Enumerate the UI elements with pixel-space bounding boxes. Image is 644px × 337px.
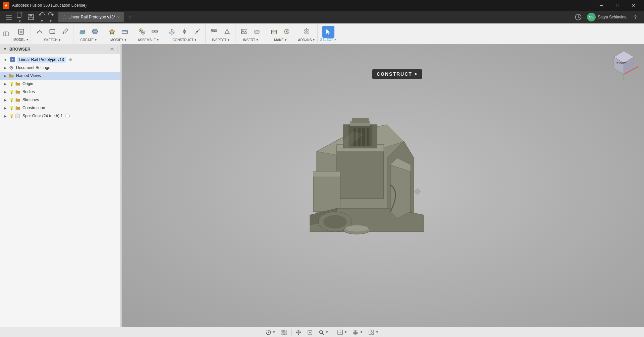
sidebar-toggle-button[interactable]: [1, 24, 11, 43]
addins-label[interactable]: ADD-INS ▼: [298, 38, 315, 42]
help-button[interactable]: ?: [629, 11, 641, 23]
tree-item-named-views[interactable]: ▶ Named Views: [0, 72, 120, 80]
view-layout-button[interactable]: ▼: [366, 328, 381, 336]
spur-gear-visibility-circle[interactable]: [65, 114, 70, 118]
view-cube[interactable]: RIGHT X Y: [607, 48, 641, 81]
app-menu-button[interactable]: [3, 11, 15, 23]
make-2-button[interactable]: [281, 25, 293, 38]
tree-arrow-origin[interactable]: ▶: [3, 81, 8, 86]
tree-item-construction[interactable]: ▶ 💡 Construction: [0, 104, 120, 112]
tree-item-bodies[interactable]: ▶ 💡 Bodies: [0, 88, 120, 96]
select-label[interactable]: SELECT ▼: [320, 38, 337, 42]
svg-line-120: [322, 333, 324, 335]
display-settings-button[interactable]: ▼: [335, 328, 350, 336]
svg-rect-14: [50, 29, 55, 33]
create-label[interactable]: CREATE ▼: [80, 38, 97, 42]
save-button[interactable]: [25, 11, 37, 23]
insert-label[interactable]: INSERT ▼: [243, 38, 258, 42]
file-button[interactable]: ▼: [16, 11, 23, 23]
tree-container: ▼ F Linear Rail Prototype v13 ⊕ ▶: [0, 54, 120, 327]
svg-rect-72: [337, 145, 384, 198]
create-extrude-button[interactable]: [76, 25, 88, 38]
tree-root-add-icon[interactable]: ⊕: [69, 57, 72, 62]
assemble-label[interactable]: ASSEMBLE ▼: [138, 38, 159, 42]
zoom-fit-button[interactable]: [305, 328, 315, 336]
insert-image-button[interactable]: [238, 25, 250, 38]
sketch-section: SKETCH ▼: [32, 24, 73, 43]
pan-button[interactable]: [293, 328, 304, 336]
tree-root-arrow[interactable]: ▼: [3, 57, 8, 62]
insert-decal-button[interactable]: [251, 25, 263, 38]
modify-label[interactable]: MODIFY ▼: [110, 38, 127, 42]
make-section: MAKE ▼: [266, 24, 295, 43]
make-label[interactable]: MAKE ▼: [274, 38, 287, 42]
undo-button[interactable]: ▼: [38, 11, 46, 23]
tree-arrow-spur-gear[interactable]: ▶: [3, 113, 8, 119]
browser-pin-icon[interactable]: |: [116, 47, 118, 52]
create-sphere-button[interactable]: [89, 25, 101, 38]
modify-button[interactable]: [106, 25, 118, 38]
maximize-button[interactable]: □: [610, 0, 625, 11]
browser-settings-icon[interactable]: [110, 47, 114, 52]
browser-title: BROWSER: [9, 47, 108, 52]
zoom-button[interactable]: ▼: [316, 328, 331, 336]
construct-axis-button[interactable]: [178, 25, 191, 38]
svg-text:Y: Y: [623, 78, 625, 80]
select-button[interactable]: [322, 26, 334, 38]
new-tab-button[interactable]: +: [125, 12, 135, 22]
model-label[interactable]: MODEL ▼: [13, 38, 29, 42]
redo-button[interactable]: ▼: [47, 11, 54, 23]
grid-snap-button[interactable]: [279, 328, 289, 336]
assemble-button[interactable]: [136, 25, 148, 38]
eye-icon-construction[interactable]: 💡: [9, 105, 14, 111]
construct-plane-button[interactable]: [166, 25, 178, 38]
tree-item-sketches[interactable]: ▶ 💡 Sketches: [0, 96, 120, 104]
tree-item-origin[interactable]: ▶ 💡 Origin: [0, 80, 120, 88]
construct-label[interactable]: CONSTRUCT ▼: [172, 38, 197, 42]
document-tab[interactable]: ⬡ Linear Rail Prototype v13* ✕: [58, 12, 124, 22]
tree-arrow-named-views[interactable]: ▶: [3, 73, 8, 78]
root-file-icon: F: [9, 57, 15, 63]
tree-item-document-settings[interactable]: ▶ Document Settings: [0, 64, 120, 72]
eye-icon-origin[interactable]: 💡: [9, 81, 14, 86]
history-button[interactable]: [572, 11, 584, 23]
tree-arrow-doc-settings[interactable]: ▶: [3, 65, 8, 70]
svg-point-89: [323, 215, 347, 228]
sketch-label[interactable]: SKETCH ▼: [44, 38, 61, 42]
tab-close-button[interactable]: ✕: [117, 15, 120, 19]
modify-fillet-button[interactable]: [119, 25, 131, 38]
eye-icon-spur-gear[interactable]: 💡: [9, 113, 14, 119]
inspect-interference-button[interactable]: [221, 25, 233, 38]
folder-icon-bodies: [15, 89, 20, 94]
svg-point-63: [11, 67, 12, 68]
assemble-joint-button[interactable]: [149, 25, 161, 38]
main-layout: BROWSER | ▼ F Linear Rail Prototype v13: [0, 44, 644, 327]
browser-collapse-icon[interactable]: [3, 47, 7, 52]
sketch-arc-button[interactable]: [34, 25, 46, 38]
make-button[interactable]: [268, 25, 280, 38]
tree-arrow-sketches[interactable]: ▶: [3, 97, 8, 103]
tree-item-spur-gear[interactable]: ▶ 💡 Spur Gear (24 teeth):1: [0, 112, 120, 120]
construct-point-button[interactable]: [191, 25, 203, 38]
eye-icon-sketches[interactable]: 💡: [9, 97, 14, 103]
grid-settings-button[interactable]: ▼: [351, 328, 365, 336]
svg-rect-18: [81, 30, 85, 32]
addins-button[interactable]: [301, 25, 313, 38]
svg-rect-112: [282, 333, 284, 335]
inspect-label[interactable]: INSPECT ▼: [212, 38, 230, 42]
tree-root-item[interactable]: ▼ F Linear Rail Prototype v13 ⊕: [0, 56, 120, 64]
close-button[interactable]: ✕: [626, 0, 641, 11]
model-button[interactable]: 3D: [15, 26, 27, 38]
eye-icon-bodies[interactable]: 💡: [9, 89, 14, 94]
svg-rect-132: [369, 330, 371, 335]
svg-text:RIGHT: RIGHT: [616, 62, 626, 65]
viewport[interactable]: RIGHT X Y CONSTRUCT >: [122, 44, 644, 327]
sketch-rect-button[interactable]: [46, 25, 58, 38]
minimize-button[interactable]: ─: [594, 0, 609, 11]
tree-arrow-bodies[interactable]: ▶: [3, 89, 8, 94]
joint-origin-button[interactable]: ▼: [263, 328, 278, 336]
tree-arrow-construction[interactable]: ▶: [3, 105, 8, 111]
sketch-pencil-button[interactable]: [59, 25, 71, 38]
svg-point-51: [306, 30, 307, 32]
inspect-measure-button[interactable]: [208, 25, 220, 38]
